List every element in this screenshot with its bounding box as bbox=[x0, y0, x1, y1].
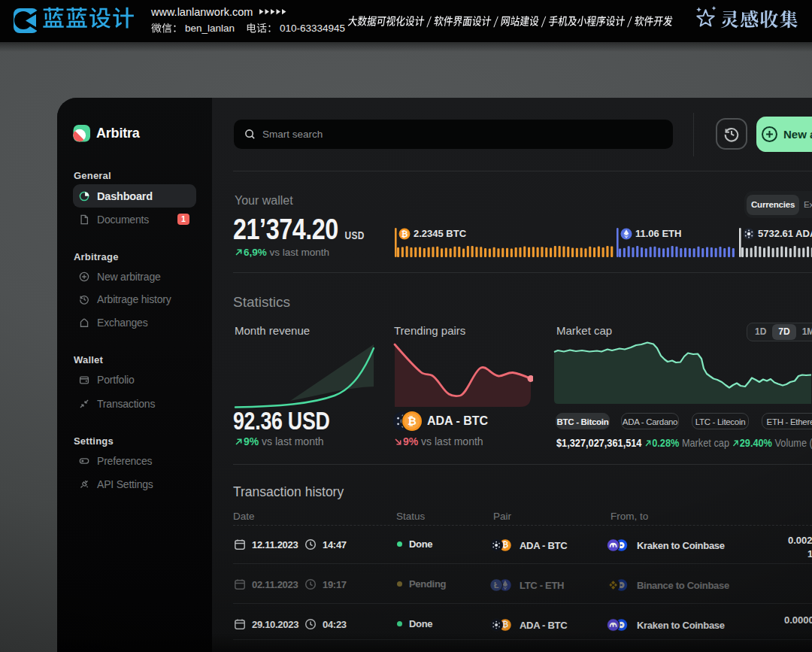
svg-text:Ł: Ł bbox=[494, 581, 499, 590]
svg-text:5732.61 ADA: 5732.61 ADA bbox=[758, 228, 812, 239]
svg-text:₿: ₿ bbox=[401, 229, 408, 238]
svg-text:11.06 ETH: 11.06 ETH bbox=[635, 228, 681, 239]
svg-text:2.2345 BTC: 2.2345 BTC bbox=[414, 228, 467, 239]
svg-text:₿: ₿ bbox=[408, 415, 417, 427]
svg-text:₿: ₿ bbox=[502, 541, 508, 549]
svg-text:₿: ₿ bbox=[502, 620, 508, 629]
